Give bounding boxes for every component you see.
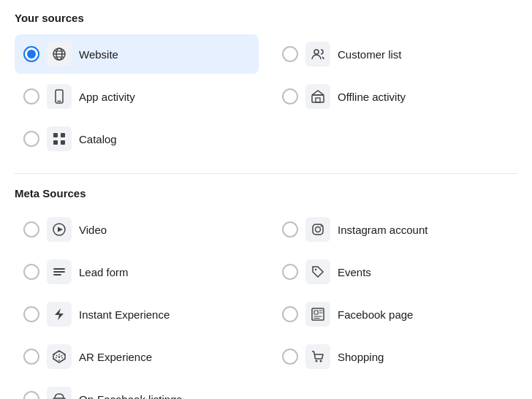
meta-sources-title: Meta Sources (15, 187, 517, 200)
instagram-icon (311, 222, 325, 237)
radio-inner-website (27, 50, 36, 58)
app-activity-label: App activity (79, 91, 135, 103)
ar-experience-icon-box (47, 344, 72, 369)
radio-customer-list[interactable] (282, 46, 298, 62)
instagram-account-label: Instagram account (338, 224, 428, 236)
source-item-offline-activity[interactable]: Offline activity (273, 77, 517, 116)
your-sources-title: Your sources (15, 12, 517, 24)
radio-video[interactable] (23, 221, 39, 238)
events-icon-box (305, 259, 330, 284)
meta-sources-right: Instagram account Events Faceboo (273, 210, 517, 399)
offline-activity-label: Offline activity (338, 91, 406, 103)
meta-sources-section: Meta Sources Video Le (15, 187, 517, 399)
radio-catalog[interactable] (23, 131, 39, 147)
ar-experience-label: AR Experience (79, 351, 152, 363)
instant-experience-label: Instant Experience (79, 308, 170, 321)
radio-facebook-page[interactable] (282, 306, 298, 322)
radio-ar-experience[interactable] (23, 349, 39, 365)
radio-shopping[interactable] (282, 349, 298, 365)
on-facebook-listings-label: On-Facebook listings (79, 393, 182, 400)
catalog-icon-box (47, 126, 72, 151)
lead-form-icon-box (47, 259, 72, 284)
on-facebook-listings-icon-box (47, 387, 72, 399)
shop-icon (52, 392, 66, 399)
radio-lead-form[interactable] (23, 264, 39, 280)
play-icon (52, 222, 66, 237)
phone-icon (52, 89, 66, 104)
customer-list-label: Customer list (338, 48, 402, 61)
source-item-instagram-account[interactable]: Instagram account (273, 210, 517, 249)
your-sources-section: Your sources Website (15, 12, 517, 159)
section-divider (15, 173, 517, 174)
source-item-facebook-page[interactable]: Facebook page (273, 294, 517, 334)
source-item-website[interactable]: Website (15, 34, 259, 74)
offline-activity-icon-box (305, 84, 330, 109)
building-icon (311, 89, 325, 104)
lead-form-label: Lead form (79, 266, 129, 278)
your-sources-right: Customer list Offline activity (273, 34, 517, 159)
catalog-label: Catalog (79, 133, 117, 145)
globe-icon (52, 47, 66, 61)
radio-offline-activity[interactable] (282, 88, 298, 104)
your-sources-grid: Website App activity Catalog (15, 34, 517, 159)
bolt-icon (52, 307, 66, 322)
source-item-lead-form[interactable]: Lead form (15, 252, 259, 292)
facebook-page-label: Facebook page (338, 308, 413, 321)
shopping-label: Shopping (338, 351, 384, 363)
customer-list-icon-box (305, 42, 330, 66)
radio-app-activity[interactable] (23, 88, 39, 104)
meta-sources-grid: Video Lead form Instant Experien (15, 210, 517, 399)
meta-sources-left: Video Lead form Instant Experien (15, 210, 259, 399)
shopping-icon-box (305, 344, 330, 369)
video-label: Video (79, 224, 107, 236)
source-item-video[interactable]: Video (15, 210, 259, 249)
source-item-app-activity[interactable]: App activity (15, 77, 259, 116)
lines-icon (52, 265, 66, 279)
source-item-instant-experience[interactable]: Instant Experience (15, 294, 259, 334)
facebook-page-icon-box (305, 302, 330, 327)
instant-experience-icon-box (47, 302, 72, 327)
ar-icon (52, 349, 66, 364)
app-activity-icon-box (47, 84, 72, 109)
source-item-customer-list[interactable]: Customer list (273, 34, 517, 74)
tag-icon (311, 265, 325, 279)
your-sources-left: Website App activity Catalog (15, 34, 259, 159)
page-container: Your sources Website (15, 12, 517, 399)
website-icon-box (47, 42, 72, 66)
radio-events[interactable] (282, 264, 298, 280)
website-label: Website (79, 48, 118, 61)
radio-on-facebook-listings[interactable] (23, 391, 39, 399)
grid-icon (52, 132, 66, 146)
source-item-catalog[interactable]: Catalog (15, 119, 259, 159)
instagram-account-icon-box (305, 217, 330, 242)
page-icon (311, 307, 325, 322)
radio-instant-experience[interactable] (23, 306, 39, 322)
source-item-shopping[interactable]: Shopping (273, 337, 517, 376)
video-icon-box (47, 217, 72, 242)
radio-website[interactable] (23, 46, 39, 62)
radio-instagram-account[interactable] (282, 221, 298, 238)
source-item-events[interactable]: Events (273, 252, 517, 292)
events-label: Events (338, 266, 371, 278)
source-item-on-facebook-listings[interactable]: On-Facebook listings (15, 379, 259, 399)
source-item-ar-experience[interactable]: AR Experience (15, 337, 259, 376)
users-icon (311, 47, 325, 61)
cart-icon (311, 349, 325, 364)
